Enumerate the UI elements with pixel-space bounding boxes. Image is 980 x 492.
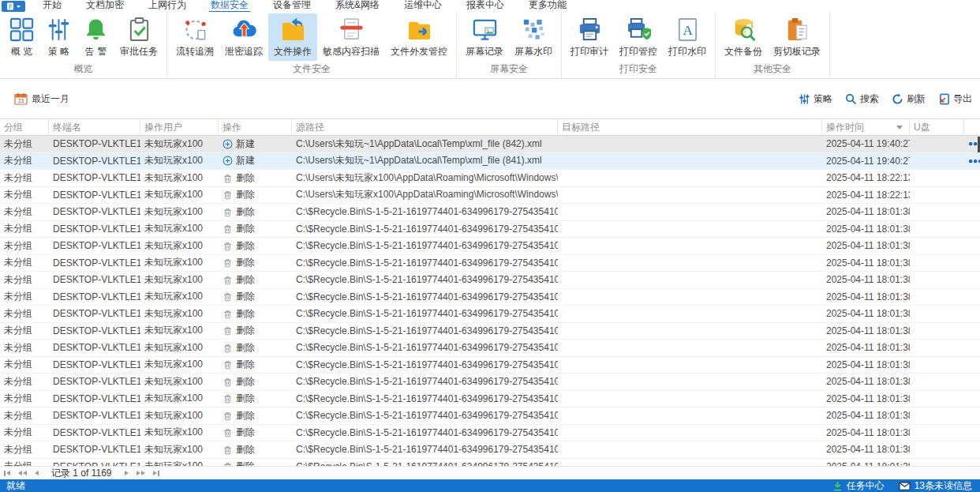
screen-watermark-icon [521, 17, 547, 43]
cell-time: 2025-04-11 19:40:27 [822, 136, 910, 152]
export-button[interactable]: 导出 [938, 92, 972, 106]
tab-more-features[interactable]: 更多功能 [527, 0, 568, 13]
table-row[interactable]: 未分组DESKTOP-VLKTLE1未知玩家x100删除C:\$Recycle.… [0, 204, 980, 221]
file-outgoing-control-button[interactable]: 文件外发管控 [385, 13, 453, 61]
status-bar: 就绪 任务中心 13条未读信息 [0, 479, 980, 492]
table-row[interactable]: 未分组DESKTOP-VLKTLE1未知玩家x100删除C:\$Recycle.… [0, 391, 980, 408]
cell-target-path [558, 323, 822, 340]
fast-next-page-button[interactable] [135, 471, 147, 475]
table-row[interactable]: 未分组DESKTOP-VLKTLE1未知玩家x100新建C:\Users\未知玩… [0, 136, 980, 153]
overview-button[interactable]: 概 览 [3, 13, 40, 61]
filter-dropdown-icon[interactable] [896, 126, 903, 130]
file-operation-button[interactable]: 文件操作 [268, 13, 317, 61]
table-row[interactable]: 未分组DESKTOP-VLKTLE1未知玩家x100删除C:\$Recycle.… [0, 407, 980, 425]
refresh-button[interactable]: 刷新 [892, 92, 926, 106]
cell-user: 未知玩家x100 [140, 204, 219, 220]
app-window: 开始 文档加密 上网行为 数据安全 设备管理 系统&网络 运维中心 报表中心 更… [0, 0, 980, 492]
table-row[interactable]: 未分组DESKTOP-VLKTLE1未知玩家x100删除C:\$Recycle.… [0, 340, 980, 357]
cell-group: 未分组 [0, 340, 49, 356]
table-row[interactable]: 未分组DESKTOP-VLKTLE1未知玩家x100删除C:\$Recycle.… [0, 272, 980, 289]
print-watermark-button[interactable]: A 打印水印 [663, 13, 712, 61]
column-header-time[interactable]: 操作时间 [822, 119, 910, 135]
approval-tasks-button[interactable]: 审批任务 [114, 13, 163, 61]
cell-group: 未分组 [0, 136, 49, 152]
cell-terminal: DESKTOP-VLKTLE1 [49, 136, 140, 152]
column-header-group[interactable]: 分组 [0, 119, 49, 135]
table-row[interactable]: 未分组DESKTOP-VLKTLE1未知玩家x100删除C:\$Recycle.… [0, 459, 980, 467]
table-row[interactable]: 未分组DESKTOP-VLKTLE1未知玩家x100删除C:\$Recycle.… [0, 425, 980, 442]
cell-target-path [558, 255, 822, 272]
table-row[interactable]: 未分组DESKTOP-VLKTLE1未知玩家x100删除C:\$Recycle.… [0, 441, 980, 459]
table-row[interactable]: 未分组DESKTOP-VLKTLE1未知玩家x100删除C:\$Recycle.… [0, 255, 980, 272]
policy-action-button[interactable]: 策略 [799, 92, 832, 106]
unread-messages-button[interactable]: 13条未读信息 [899, 479, 972, 492]
alert-button[interactable]: 告 警 [77, 13, 114, 61]
column-header-operation[interactable]: 操作 [219, 119, 292, 135]
table-row[interactable]: 未分组DESKTOP-VLKTLE1未知玩家x100删除C:\$Recycle.… [0, 238, 980, 255]
trash-icon [223, 257, 233, 268]
column-header-target-path[interactable]: 目标路径 [558, 119, 822, 135]
trash-icon [223, 393, 233, 404]
tab-device-management[interactable]: 设备管理 [271, 0, 312, 13]
next-page-button[interactable] [123, 471, 130, 475]
prev-page-button[interactable] [33, 471, 40, 475]
policy-button[interactable]: 策 略 [40, 13, 77, 61]
cell-row-actions [964, 407, 980, 424]
cell-terminal: DESKTOP-VLKTLE1 [49, 153, 140, 170]
column-header-source-path[interactable]: 源路径 [292, 119, 558, 135]
ribbon-group-file-security: 流转追溯 泄密追踪 文件操作 敏感内容扫描 文件外发管控 [167, 12, 457, 78]
trash-icon [223, 445, 233, 455]
first-page-button[interactable] [2, 471, 12, 476]
cell-row-actions [964, 441, 980, 458]
column-header-usb[interactable]: U盘 [910, 119, 964, 135]
date-range-filter[interactable]: 23 最近一月 [14, 92, 69, 106]
cell-row-actions [964, 272, 980, 288]
table-row[interactable]: 未分组DESKTOP-VLKTLE1未知玩家x100删除C:\$Recycle.… [0, 357, 980, 374]
table-row[interactable]: 未分组DESKTOP-VLKTLE1未知玩家x100删除C:\$Recycle.… [0, 306, 980, 323]
leak-tracking-button[interactable]: 泄密追踪 [219, 13, 268, 61]
screen-record-button[interactable]: 屏幕记录 [460, 13, 509, 61]
clipboard-record-button[interactable]: 剪切板记录 [768, 13, 826, 61]
tab-start[interactable]: 开始 [41, 0, 63, 13]
table-row[interactable]: 未分组DESKTOP-VLKTLE1未知玩家x100删除C:\$Recycle.… [0, 323, 980, 340]
file-backup-button[interactable]: 文件备份 [719, 13, 768, 61]
table-row[interactable]: 未分组DESKTOP-VLKTLE1未知玩家x100删除C:\Users\未知玩… [0, 170, 980, 187]
app-menu-icon[interactable] [2, 1, 25, 12]
cell-terminal: DESKTOP-VLKTLE1 [49, 340, 140, 356]
screen-watermark-button[interactable]: 屏幕水印 [509, 13, 558, 61]
tab-system-network[interactable]: 系统&网络 [334, 0, 381, 13]
cell-source-path: C:\$Recycle.Bin\S-1-5-21-1619774401-6349… [292, 272, 558, 288]
tab-doc-encryption[interactable]: 文档加密 [84, 0, 125, 13]
search-button[interactable]: 搜索 [845, 92, 879, 106]
screen-record-icon [472, 17, 498, 43]
cell-user: 未知玩家x100 [140, 255, 219, 272]
cell-usb [910, 425, 964, 441]
last-page-button[interactable] [151, 471, 161, 476]
tab-data-security[interactable]: 数据安全 [209, 0, 250, 13]
print-audit-button[interactable]: 打印审计 [565, 13, 614, 61]
trash-icon [223, 377, 233, 387]
cell-group: 未分组 [0, 357, 49, 374]
tab-report-center[interactable]: 报表中心 [465, 0, 506, 13]
tab-ops-center[interactable]: 运维中心 [402, 0, 443, 13]
table-row[interactable]: 未分组DESKTOP-VLKTLE1未知玩家x100删除C:\$Recycle.… [0, 221, 980, 238]
flow-trace-button[interactable]: 流转追溯 [170, 13, 219, 61]
fast-prev-page-button[interactable] [17, 471, 28, 475]
cell-terminal: DESKTOP-VLKTLE1 [49, 459, 140, 467]
cell-operation: 删除 [219, 425, 292, 441]
task-center-button[interactable]: 任务中心 [832, 479, 885, 492]
cell-usb [910, 238, 964, 254]
cell-terminal: DESKTOP-VLKTLE1 [49, 323, 140, 340]
column-header-terminal[interactable]: 终端名 [49, 119, 140, 135]
print-control-button[interactable]: 打印管控 [614, 13, 663, 61]
trash-icon [223, 359, 233, 370]
table-row[interactable]: 未分组DESKTOP-VLKTLE1未知玩家x100新建C:\Users\未知玩… [0, 153, 980, 171]
row-actions-button[interactable]: ●●● [968, 157, 980, 165]
sensitive-content-scan-button[interactable]: 敏感内容扫描 [317, 13, 385, 61]
table-row[interactable]: 未分组DESKTOP-VLKTLE1未知玩家x100删除C:\$Recycle.… [0, 374, 980, 391]
tab-web-behavior[interactable]: 上网行为 [147, 0, 188, 13]
table-row[interactable]: 未分组DESKTOP-VLKTLE1未知玩家x100删除C:\Users\未知玩… [0, 187, 980, 205]
column-header-user[interactable]: 操作用户 [140, 119, 219, 135]
cell-target-path [558, 136, 822, 152]
table-row[interactable]: 未分组DESKTOP-VLKTLE1未知玩家x100删除C:\$Recycle.… [0, 289, 980, 306]
